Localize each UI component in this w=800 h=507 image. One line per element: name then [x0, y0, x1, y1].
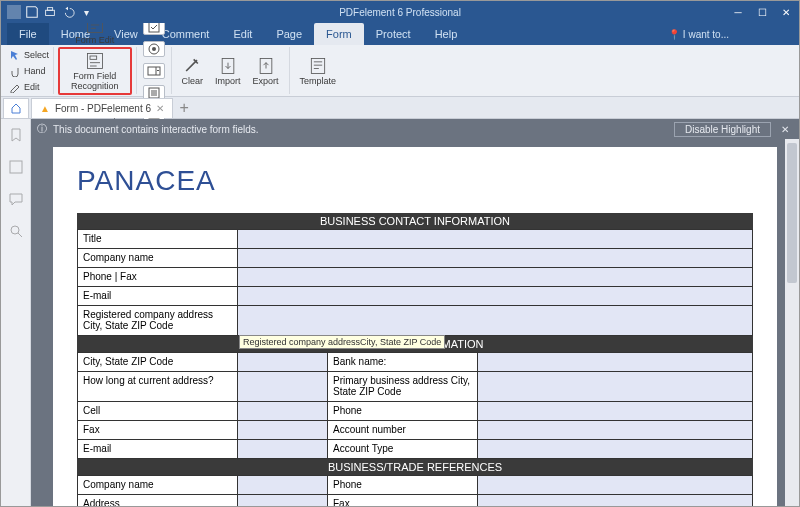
app-icon — [7, 5, 21, 19]
ribbon: Select Hand Edit Form Edit Form Field Re… — [1, 45, 799, 97]
field-refphone[interactable] — [478, 476, 753, 495]
title-bar: ▾ PDFelement 6 Professional ─ ☐ ✕ — [1, 1, 799, 23]
label-bank: Bank name: — [328, 353, 478, 372]
label-email: E-mail — [78, 287, 238, 306]
label-howlong: How long at current address? — [78, 372, 238, 402]
label-refaddress: Address — [78, 495, 238, 508]
warning-icon: ▲ — [40, 103, 50, 114]
label-fax: Fax — [78, 421, 238, 440]
field-phone-fax[interactable] — [238, 268, 753, 287]
undo-icon[interactable] — [61, 5, 75, 19]
maximize-button[interactable]: ☐ — [751, 3, 773, 21]
export-button[interactable]: Export — [247, 54, 285, 88]
dropdown-icon[interactable]: ▾ — [79, 5, 93, 19]
home-tab[interactable] — [3, 98, 29, 118]
section-header: BUSINESS CONTACT INFORMATION — [77, 213, 753, 229]
label-reffax: Fax — [328, 495, 478, 508]
field-account[interactable] — [478, 421, 753, 440]
form-field-recognition-button[interactable]: Form Field Recognition — [58, 47, 132, 95]
new-tab-button[interactable]: + — [173, 99, 195, 117]
svg-rect-16 — [10, 161, 22, 173]
field-address[interactable] — [238, 306, 753, 336]
svg-rect-5 — [90, 56, 97, 59]
menu-file[interactable]: File — [7, 23, 49, 45]
pdf-page: PANACEA BUSINESS CONTACT INFORMATION Tit… — [53, 147, 777, 507]
field-company[interactable] — [238, 249, 753, 268]
menu-edit[interactable]: Edit — [221, 23, 264, 45]
label-city: City, State ZIP Code — [78, 353, 238, 372]
field-email[interactable] — [238, 287, 753, 306]
field-cell[interactable] — [238, 402, 328, 421]
i-want-to[interactable]: I want to... — [668, 29, 729, 40]
comments-icon[interactable] — [8, 191, 24, 207]
infobar-close-icon[interactable]: ✕ — [777, 124, 793, 135]
label-primary: Primary business address City, State ZIP… — [328, 372, 478, 402]
edit-tool[interactable]: Edit — [9, 79, 49, 94]
info-message: This document contains interactive form … — [53, 124, 259, 135]
document-logo: PANACEA — [77, 165, 753, 197]
app-title: PDFelement 6 Professional — [339, 7, 461, 18]
contact-table: Title Company name Phone | Fax E-mail Re… — [77, 229, 753, 336]
label-company: Company name — [78, 249, 238, 268]
document-tab[interactable]: ▲Form - PDFelement 6✕ — [31, 98, 173, 118]
menu-help[interactable]: Help — [423, 23, 470, 45]
combo-icon[interactable] — [143, 63, 165, 79]
svg-rect-2 — [47, 8, 52, 11]
field-howlong[interactable] — [238, 372, 328, 402]
svg-rect-1 — [46, 10, 55, 15]
svg-point-17 — [11, 226, 19, 234]
hand-tool[interactable]: Hand — [9, 63, 49, 78]
thumbnails-icon[interactable] — [8, 159, 24, 175]
bookmark-icon[interactable] — [8, 127, 24, 143]
field-city[interactable] — [238, 353, 328, 372]
section-header-3: BUSINESS/TRADE REFERENCES — [77, 459, 753, 475]
label-refphone: Phone — [328, 476, 478, 495]
info-table: City, State ZIP CodeBank name: How long … — [77, 352, 753, 459]
label-accttype: Account Type — [328, 440, 478, 459]
label-refcompany: Company name — [78, 476, 238, 495]
save-icon[interactable] — [25, 5, 39, 19]
field-refcompany[interactable] — [238, 476, 328, 495]
menu-form[interactable]: Form — [314, 23, 364, 45]
label-phone-fax: Phone | Fax — [78, 268, 238, 287]
radio-icon[interactable] — [143, 41, 165, 57]
scrollbar-thumb[interactable] — [787, 143, 797, 283]
label-account: Account number — [328, 421, 478, 440]
field-primary[interactable] — [478, 372, 753, 402]
sidebar — [1, 119, 31, 507]
label-cell: Cell — [78, 402, 238, 421]
svg-point-9 — [152, 47, 156, 51]
select-tool[interactable]: Select — [9, 47, 49, 62]
close-button[interactable]: ✕ — [775, 3, 797, 21]
disable-highlight-button[interactable]: Disable Highlight — [674, 122, 771, 137]
svg-rect-7 — [149, 22, 159, 32]
field-reffax[interactable] — [478, 495, 753, 508]
field-phone2[interactable] — [478, 402, 753, 421]
field-bank[interactable] — [478, 353, 753, 372]
field-fax[interactable] — [238, 421, 328, 440]
print-icon[interactable] — [43, 5, 57, 19]
label-email2: E-mail — [78, 440, 238, 459]
field-title[interactable] — [238, 230, 753, 249]
document-tab-bar: ▲Form - PDFelement 6✕ + — [1, 97, 799, 119]
import-button[interactable]: Import — [209, 54, 247, 88]
menu-page[interactable]: Page — [264, 23, 314, 45]
label-phone2: Phone — [328, 402, 478, 421]
info-icon: ⓘ — [37, 122, 47, 136]
search-icon[interactable] — [8, 223, 24, 239]
field-accttype[interactable] — [478, 440, 753, 459]
clear-button[interactable]: Clear — [176, 54, 210, 88]
references-table: Company namePhone AddressFax — [77, 475, 753, 507]
field-tooltip: Registered company addressCity, State ZI… — [239, 335, 445, 349]
minimize-button[interactable]: ─ — [727, 3, 749, 21]
svg-rect-15 — [311, 58, 324, 73]
field-refaddress[interactable] — [238, 495, 328, 508]
template-button[interactable]: Template — [294, 54, 343, 88]
field-email2[interactable] — [238, 440, 328, 459]
info-bar: ⓘ This document contains interactive for… — [31, 119, 799, 139]
document-area: ⓘ This document contains interactive for… — [31, 119, 799, 507]
tab-close-icon[interactable]: ✕ — [156, 103, 164, 114]
menu-protect[interactable]: Protect — [364, 23, 423, 45]
label-title: Title — [78, 230, 238, 249]
scrollbar[interactable] — [785, 139, 799, 507]
